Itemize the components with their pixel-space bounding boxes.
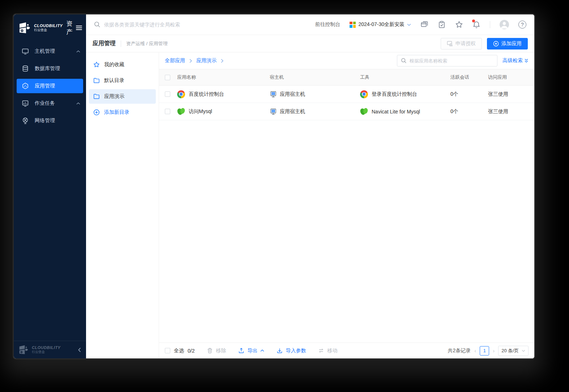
add-app-button[interactable]: 添加应用 xyxy=(487,38,528,49)
request-auth-button[interactable]: 申请授权 xyxy=(441,38,482,49)
network-globe-icon xyxy=(22,117,29,124)
sidebar-item-label: 作业任务 xyxy=(35,100,55,107)
tab-all-apps[interactable]: 全部应用 xyxy=(165,57,185,64)
sidebar-item-label: 应用管理 xyxy=(35,83,55,89)
chevron-right-icon xyxy=(221,59,223,63)
sidebar-item-network-management[interactable]: 网络管理 xyxy=(14,112,86,129)
filter-right: 高级检索 xyxy=(397,55,529,66)
next-page-icon[interactable]: › xyxy=(493,348,495,354)
brand-name: CLOUDBILITY xyxy=(34,24,63,28)
advanced-search-link[interactable]: 高级检索 xyxy=(502,57,529,64)
divider xyxy=(490,21,490,28)
monitor-icon xyxy=(22,48,29,55)
database-icon xyxy=(22,65,29,72)
row-checkbox[interactable] xyxy=(165,91,170,97)
export-icon xyxy=(238,348,244,354)
column-header-active-sessions: 活跃会话 xyxy=(450,74,488,81)
bar-chart-icon xyxy=(22,100,29,107)
host-name: 应用宿主机 xyxy=(280,91,305,98)
brand-subtitle: 行云堡垒 xyxy=(34,29,63,32)
brand-row: CLOUDBILITY 行云堡垒 资产 xyxy=(14,14,86,40)
folder-icon xyxy=(93,93,100,100)
star-icon[interactable] xyxy=(455,21,463,29)
request-auth-label: 申请授权 xyxy=(455,40,476,47)
cloudbility-logo-icon xyxy=(19,22,31,34)
help-icon[interactable]: ? xyxy=(518,21,526,29)
move-button[interactable]: 移动 xyxy=(318,348,337,354)
page-size-select[interactable]: 20 条/页 xyxy=(498,346,529,356)
footer-select-all-checkbox[interactable] xyxy=(165,348,170,353)
add-new-directory-button[interactable]: 添加新目录 xyxy=(89,105,156,120)
folder-item-label: 我的收藏 xyxy=(104,61,124,68)
sidebar-footer: CLOUDBILITY 行云堡垒 xyxy=(14,341,86,358)
bell-notification-icon[interactable] xyxy=(472,21,480,29)
select-all-group[interactable]: 全选 0/2 xyxy=(165,348,194,354)
export-button[interactable]: 导出 xyxy=(238,348,264,354)
go-to-console-link[interactable]: 前往控制台 xyxy=(315,21,340,28)
browser-windows-icon[interactable] xyxy=(420,21,428,29)
topbar-right: 前往控制台 2024-07-30全新安装 xyxy=(315,20,526,29)
plus-circle-icon xyxy=(493,41,499,47)
remove-button[interactable]: 移除 xyxy=(207,348,226,354)
folder-icon xyxy=(93,77,100,84)
hamburger-menu-icon[interactable] xyxy=(75,24,83,31)
import-params-button[interactable]: 导入参数 xyxy=(277,348,306,354)
app-name: 访问Mysql xyxy=(189,108,212,115)
path-tabs: 全部应用 应用演示 xyxy=(165,57,223,64)
folder-item-favorites[interactable]: 我的收藏 xyxy=(89,57,156,72)
active-sessions: 0个 xyxy=(450,108,488,115)
row-checkbox[interactable] xyxy=(165,109,170,114)
table-header-row: 应用名称 宿主机 工具 活跃会话 访问应用 xyxy=(159,69,534,86)
access-user[interactable]: 张三使用 xyxy=(488,108,534,115)
add-directory-label: 添加新目录 xyxy=(104,109,129,116)
brand-text: CLOUDBILITY 行云堡垒 xyxy=(34,24,63,32)
select-all-checkbox[interactable] xyxy=(165,75,170,80)
chevron-right-icon xyxy=(189,59,192,63)
sidebar: CLOUDBILITY 行云堡垒 资产 主机管理 数据库管理 xyxy=(14,14,86,358)
sidebar-item-database-management[interactable]: 数据库管理 xyxy=(14,60,86,77)
tab-app-demo[interactable]: 应用演示 xyxy=(196,57,217,64)
windows-colored-logo-icon xyxy=(350,22,356,28)
table-row[interactable]: 百度统计控制台 应用宿主机 登录百度统计控制台 0个 张三使用 ⋮ xyxy=(159,86,534,103)
sidebar-item-host-management[interactable]: 主机管理 xyxy=(14,43,86,60)
app-window: CLOUDBILITY 行云堡垒 资产 主机管理 数据库管理 xyxy=(14,14,534,358)
active-sessions: 0个 xyxy=(450,91,488,98)
module-label: 资产 xyxy=(66,20,72,36)
search-icon xyxy=(401,58,407,64)
chrome-icon xyxy=(177,90,185,98)
navicat-icon xyxy=(360,108,368,116)
import-params-label: 导入参数 xyxy=(286,348,306,354)
notification-dot xyxy=(472,20,475,22)
collapse-sidebar-icon[interactable] xyxy=(78,348,81,352)
column-header-app-name: 应用名称 xyxy=(177,74,270,81)
move-label: 移动 xyxy=(327,348,337,354)
chevron-up-icon xyxy=(260,349,264,352)
app-name-search-input[interactable] xyxy=(410,58,493,64)
sidebar-item-job-tasks[interactable]: 作业任务 xyxy=(14,95,86,112)
chevron-up-icon xyxy=(76,102,80,105)
sidebar-item-app-management[interactable]: 应用管理 xyxy=(17,79,83,93)
access-user[interactable]: 张三使用 xyxy=(488,91,534,98)
content: 我的收藏 默认目录 应用演示 xyxy=(86,52,534,358)
prev-page-icon[interactable]: ‹ xyxy=(474,348,476,354)
trash-icon xyxy=(207,348,213,354)
folder-item-label: 默认目录 xyxy=(104,77,124,84)
filter-bar: 全部应用 应用演示 xyxy=(159,52,534,69)
folder-item-default-dir[interactable]: 默认目录 xyxy=(89,73,156,88)
double-chevron-down-icon xyxy=(524,59,529,63)
table-row[interactable]: 访问Mysql 应用宿主机 Navicat Lite for Mysql 0个 … xyxy=(159,103,534,120)
page-size-label: 20 条/页 xyxy=(501,348,519,354)
user-avatar[interactable] xyxy=(500,20,509,29)
total-records-label: 共2条记录 xyxy=(448,348,471,354)
global-search-input[interactable] xyxy=(104,22,220,27)
star-icon xyxy=(93,61,100,68)
clipboard-check-icon[interactable] xyxy=(438,21,446,29)
install-version-dropdown[interactable]: 2024-07-30全新安装 xyxy=(350,21,411,28)
app-name: 百度统计控制台 xyxy=(189,91,224,98)
page-number[interactable]: 1 xyxy=(480,346,489,356)
empty-space xyxy=(159,120,534,343)
selected-count: 0/2 xyxy=(188,348,194,354)
folder-item-app-demo[interactable]: 应用演示 xyxy=(89,89,156,104)
global-search xyxy=(94,21,220,28)
apps-hexagon-icon xyxy=(22,82,29,90)
